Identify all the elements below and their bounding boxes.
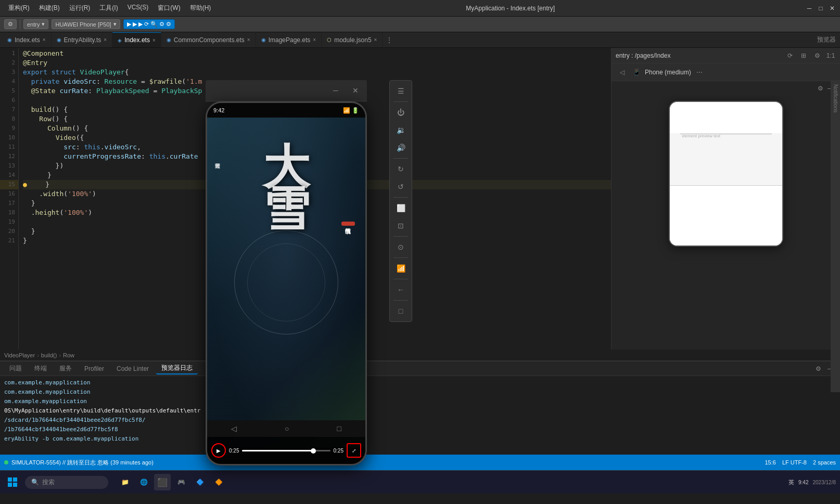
sim-progress-bar[interactable] [242,450,330,451]
tab-close-icon[interactable]: × [247,37,250,43]
menu-rebuild[interactable]: 重构(R) [4,3,34,14]
square-icon[interactable]: □ [392,303,409,319]
run-button[interactable]: ▶ ▶ ▶ ⟳ 🔍 ⚙ ⚙ [123,19,175,29]
menu-tools[interactable]: 工具(I) [95,3,122,14]
title-bar: 重构(R) 构建(B) 运行(R) 工具(I) VCS(S) 窗口(W) 帮助(… [0,0,840,17]
close-button[interactable]: ✕ [829,5,836,12]
sim-video-area: 大 雪 大雪时节万物藏 传统中国节气 DAXUE·CHINESE SOLAR T… [207,118,365,447]
tab-module-json[interactable]: ⬡ module.json5 × [322,32,383,48]
volume-up-icon[interactable]: 🔊 [392,139,409,156]
bottom-tab-profiler[interactable]: Profiler [79,364,109,373]
status-bar: SIMULATOR-5554) // 跳转至日志 忽略 (39 minutes … [0,455,840,470]
tab-entryability[interactable]: ◉ EntryAbility.ts × [52,32,113,48]
sim-recent-button[interactable]: □ [337,424,341,433]
status-indent: 2 spaces [813,459,836,466]
status-right: 15:6 LF UTF-8 2 spaces [765,459,836,466]
location-icon[interactable]: ⊙ [392,239,409,255]
tab-index-ets-active[interactable]: ◈ Index.ets × [112,32,161,48]
phone-preview-frame: element preview text [669,101,783,247]
line-num-7: 7 [0,105,18,114]
window-controls: ─ □ ✕ [806,5,836,12]
simulator-overlay: ─ ✕ 9:42 📶 🔋 大 [206,80,367,444]
taskbar-app-6[interactable]: 🔶 [210,474,227,490]
tab-close-icon[interactable]: × [313,37,316,43]
menu-vcs[interactable]: VCS(S) [123,3,153,14]
sim-fullscreen-button[interactable]: ⤢ [347,443,361,458]
tab-close-icon[interactable]: × [104,37,107,43]
wifi-icon[interactable]: 📶 [392,260,409,277]
device-side-toolbar: ☰ ⏻ 🔉 🔊 ↻ ↺ ⬜ ⊡ ⊙ 📶 ← □ [389,80,412,322]
svg-rect-2 [8,483,12,487]
bottom-tab-terminal[interactable]: 终端 [29,363,52,374]
device-chevron-icon: ▾ [113,21,117,28]
power-icon[interactable]: ⏻ [392,104,409,121]
minimize-button[interactable]: ─ [806,5,813,12]
tab-imagepage[interactable]: ◉ ImagePage.ets × [256,32,322,48]
tab-overflow-icon[interactable]: ⋮ [383,36,396,44]
preview-content: element preview text [612,96,840,350]
preview-layout-icon[interactable]: ⊞ [798,50,809,61]
device-select[interactable]: HUAWEI Phone [P50] ▾ [52,19,120,29]
sim-home-button[interactable]: ○ [285,424,289,433]
preview-zoom-icon[interactable]: 1:1 [825,50,836,61]
status-position: 15:6 [765,459,775,466]
taskbar-search[interactable]: 🔍 搜索 [25,476,108,489]
simulator-phone: 9:42 📶 🔋 大 雪 [206,101,367,466]
log-line-3: om.example.myapplication [4,397,836,406]
menu-run[interactable]: 运行(R) [65,3,95,14]
rotate-ccw-icon[interactable]: ↺ [392,178,409,195]
log-line-6: /1b76644cbf344041beee2d6d77fbc5f8 [4,425,836,434]
taskbar-app-5[interactable]: 🔷 [192,474,208,490]
preview-header-icons: ⟳ ⊞ ⚙ 1:1 [785,50,836,61]
preview-gear-icon[interactable]: ⚙ [815,83,825,94]
taskbar-app-vscode[interactable]: ⬛ [154,474,171,490]
tab-index-ets-main[interactable]: ◉ Index.ets × [2,32,52,48]
taskbar-app-1[interactable]: 📁 [117,474,133,490]
toolbar-divider-4 [393,236,408,237]
start-button[interactable] [4,474,21,490]
preview-refresh-icon[interactable]: ⟳ [785,50,795,61]
bottom-settings-icon[interactable]: ⚙ [813,364,823,374]
tray-lang: 英 [788,479,794,486]
volume-down-icon[interactable]: 🔉 [392,122,409,138]
sim-close-button[interactable]: ✕ [347,82,364,99]
sim-play-button[interactable]: ▶ [211,443,226,458]
menu-help[interactable]: 帮助(H) [186,3,215,14]
sim-red-badge: 传统中国节气 [341,222,355,226]
settings-icon[interactable]: ⚙ [4,19,17,29]
preview-device-label: Phone (medium) [645,69,691,76]
taskbar-app-2[interactable]: 🌐 [135,474,152,490]
log-line-4: 0S\MyApplication\entry\build\default\out… [4,406,836,416]
toolbar-divider-2 [393,158,408,159]
bottom-tab-issues[interactable]: 问题 [4,363,27,374]
sim-minimize-button[interactable]: ─ [327,82,344,99]
back-arrow-icon[interactable]: ← [392,281,409,298]
preview-settings-icon[interactable]: ⚙ [812,50,822,61]
preview-more-icon[interactable]: ⋯ [693,66,706,79]
toolbar-separator [20,20,20,29]
menu-build[interactable]: 构建(B) [35,3,64,14]
record-icon[interactable]: ⊡ [392,217,409,234]
tab-icon: ◉ [57,37,61,43]
bottom-tab-service[interactable]: 服务 [54,363,77,374]
taskbar-app-4[interactable]: 🎮 [173,474,189,490]
preview-device-icon[interactable]: 📱 [630,66,643,79]
bottom-tab-linter[interactable]: Code Linter [111,364,154,373]
tab-icon: ◉ [167,37,171,43]
hamburger-icon[interactable]: ☰ [392,83,409,99]
preview-back-icon[interactable]: ◁ [616,66,628,79]
tab-close-icon[interactable]: × [374,37,377,43]
top-toolbar: ⚙ entry ▾ HUAWEI Phone [P50] ▾ ▶ ▶ ▶ ⟳ 🔍… [0,17,840,32]
tab-close-icon[interactable]: × [43,37,46,43]
preview-panel: entry : /pages/Index ⟳ ⊞ ⚙ 1:1 ◁ 📱 Phone… [611,48,840,350]
sim-back-button[interactable]: ◁ [231,424,237,433]
rotate-cw-icon[interactable]: ↻ [392,161,409,177]
screenshot-icon[interactable]: ⬜ [392,200,409,216]
menu-window[interactable]: 窗口(W) [154,3,184,14]
tab-commoncomponents[interactable]: ◉ CommonComponents.ets × [161,32,256,48]
entry-select[interactable]: entry ▾ [23,19,48,29]
maximize-button[interactable]: □ [817,5,824,12]
bottom-tab-preview-log[interactable]: 预览器日志 [156,363,198,374]
breadcrumb-sep-2: › [59,352,61,358]
tab-close-icon[interactable]: × [152,37,156,43]
